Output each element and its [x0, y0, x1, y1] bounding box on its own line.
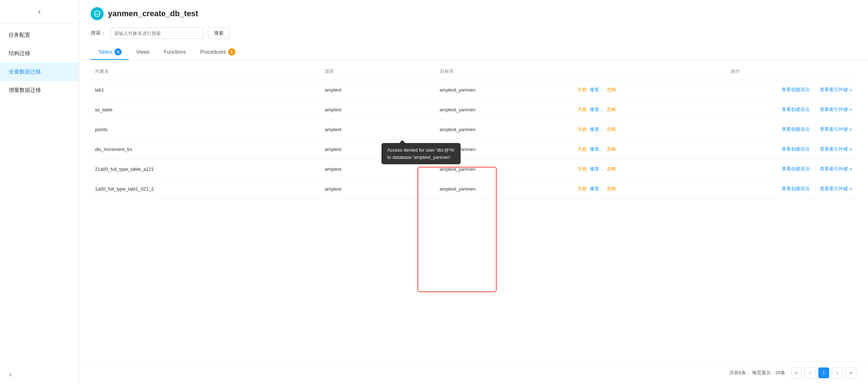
- status-fail-2: 失败: [578, 126, 587, 133]
- status-repair-3[interactable]: 修复，: [590, 146, 604, 152]
- status-repair-0[interactable]: 修复，: [590, 86, 604, 93]
- row-name-4: 21a00_full_type_table_a121: [91, 159, 320, 179]
- action-view-index-5[interactable]: 查看索引外键: [820, 186, 848, 191]
- pagination-first[interactable]: «: [791, 367, 802, 378]
- col-header-status: [573, 63, 727, 80]
- search-button[interactable]: 搜索: [208, 27, 230, 39]
- status-ignore-2[interactable]: 忽略: [607, 126, 616, 133]
- db-svg-icon: [93, 10, 101, 18]
- main-header: yanmen_create_db_test 搜索： 搜索 Tables 6 Vi…: [79, 0, 868, 60]
- row-action-3: 查看创建语法 ｜ 查看索引外键 ∨: [726, 139, 856, 159]
- tab-procedures[interactable]: Procedures 5: [193, 45, 243, 60]
- table-row: points amptest amptest_yanmen 失败 修复， 忽略 …: [91, 120, 856, 139]
- col-header-name: 对象名: [91, 63, 320, 80]
- action-expand-0[interactable]: ∨: [849, 88, 852, 92]
- row-action-2: 查看创建语法 ｜ 查看索引外键 ∨: [726, 120, 856, 139]
- db-title-row: yanmen_create_db_test: [91, 7, 856, 20]
- tab-tables[interactable]: Tables 6: [91, 45, 129, 60]
- pagination-next[interactable]: ›: [832, 367, 843, 378]
- sidebar-item-task-config[interactable]: 任务配置: [0, 26, 79, 44]
- pagination: 共有6条， 每页显示：20条 « ‹ 1 › »: [79, 361, 868, 384]
- action-expand-5[interactable]: ∨: [849, 187, 852, 191]
- status-repair-1[interactable]: 修复，: [590, 106, 604, 113]
- tab-procedures-label: Procedures: [200, 49, 226, 55]
- action-expand-3[interactable]: ∨: [849, 147, 852, 151]
- action-expand-1[interactable]: ∨: [849, 107, 852, 112]
- action-view-index-4[interactable]: 查看索引外键: [820, 166, 848, 171]
- status-repair-5[interactable]: 修复，: [590, 186, 604, 192]
- action-view-syntax-3[interactable]: 查看创建语法: [782, 146, 810, 152]
- table-row: 1a00_full_type_tabl1_021_2 amptest ampte…: [91, 179, 856, 199]
- sidebar-nav: 任务配置 结构迁移 全量数据迁移 增量数据迁移: [0, 23, 79, 99]
- status-fail-5: 失败: [578, 186, 587, 192]
- row-status-5: 失败 修复， 忽略: [573, 179, 727, 199]
- col-header-dst: 目标库: [435, 63, 573, 80]
- back-button[interactable]: ‹: [0, 0, 79, 23]
- row-dst-0: amptest_yanmen: [435, 80, 573, 100]
- action-view-index-2[interactable]: 查看索引外键: [820, 126, 848, 132]
- sidebar-item-struct-migrate[interactable]: 结构迁移: [0, 44, 79, 63]
- tab-views-label: Views: [136, 49, 149, 55]
- row-dst-5: amptest_yanmen: [435, 179, 573, 199]
- row-dst-1: amptest_yanmen: [435, 100, 573, 120]
- tooltip-line1: Access denied for user 'dts'@'%': [387, 147, 455, 154]
- table-row: dts_increment_trx amptest amptest_yanmen…: [91, 139, 856, 159]
- action-expand-2[interactable]: ∨: [849, 127, 852, 131]
- action-view-syntax-0[interactable]: 查看创建语法: [782, 87, 810, 92]
- row-name-3: dts_increment_trx: [91, 139, 320, 159]
- status-ignore-0[interactable]: 忽略: [607, 86, 616, 93]
- action-view-syntax-5[interactable]: 查看创建语法: [782, 186, 810, 191]
- data-table: 对象名 源库 目标库 操作 tab1 amptest amptest_yanme…: [91, 63, 856, 199]
- table-area: 对象名 源库 目标库 操作 tab1 amptest amptest_yanme…: [79, 60, 868, 361]
- row-name-2: points: [91, 120, 320, 139]
- row-action-5: 查看创建语法 ｜ 查看索引外键 ∨: [726, 179, 856, 199]
- action-view-index-3[interactable]: 查看索引外键: [820, 146, 848, 152]
- status-repair-4[interactable]: 修复，: [590, 166, 604, 172]
- action-view-index-1[interactable]: 查看索引外键: [820, 107, 848, 112]
- db-icon: [91, 7, 104, 20]
- tab-functions[interactable]: Functions: [157, 45, 193, 60]
- content-wrapper: Access denied for user 'dts'@'%' to data…: [79, 60, 868, 384]
- row-src-2: amptest: [320, 120, 435, 139]
- sidebar-item-full-migrate[interactable]: 全量数据迁移: [0, 63, 79, 81]
- row-src-5: amptest: [320, 179, 435, 199]
- tab-procedures-badge: 5: [228, 48, 235, 55]
- col-header-action: 操作: [726, 63, 856, 80]
- status-fail-4: 失败: [578, 166, 587, 172]
- tab-tables-badge: 6: [114, 48, 122, 55]
- status-ignore-4[interactable]: 忽略: [607, 166, 616, 172]
- collapse-button[interactable]: ≡: [0, 366, 79, 384]
- row-action-0: 查看创建语法 ｜ 查看索引外键 ∨: [726, 80, 856, 100]
- db-title: yanmen_create_db_test: [108, 9, 198, 18]
- tooltip-line2: to database 'amptest_yanmen': [387, 154, 455, 161]
- sidebar: ‹ 任务配置 结构迁移 全量数据迁移 增量数据迁移 ≡: [0, 0, 79, 384]
- status-ignore-3[interactable]: 忽略: [607, 146, 616, 152]
- table-row: ss_table amptest amptest_yanmen 失败 修复， 忽…: [91, 100, 856, 120]
- row-status-0: 失败 修复， 忽略: [573, 80, 727, 100]
- search-input[interactable]: [110, 27, 204, 39]
- col-header-src: 源库: [320, 63, 435, 80]
- action-view-syntax-2[interactable]: 查看创建语法: [782, 126, 810, 132]
- status-fail-1: 失败: [578, 106, 587, 113]
- row-name-5: 1a00_full_type_tabl1_021_2: [91, 179, 320, 199]
- action-expand-4[interactable]: ∨: [849, 167, 852, 171]
- pagination-prev[interactable]: ‹: [805, 367, 815, 378]
- tab-views[interactable]: Views: [129, 45, 157, 60]
- tab-functions-label: Functions: [164, 49, 186, 55]
- table-header: 对象名 源库 目标库 操作: [91, 63, 856, 80]
- row-status-2: 失败 修复， 忽略: [573, 120, 727, 139]
- row-status-4: 失败 修复， 忽略: [573, 159, 727, 179]
- status-ignore-1[interactable]: 忽略: [607, 106, 616, 113]
- sidebar-item-incr-migrate[interactable]: 增量数据迁移: [0, 81, 79, 99]
- status-ignore-5[interactable]: 忽略: [607, 186, 616, 192]
- table-row: tab1 amptest amptest_yanmen 失败 修复， 忽略 查看…: [91, 80, 856, 100]
- action-view-syntax-4[interactable]: 查看创建语法: [782, 166, 810, 171]
- pagination-current[interactable]: 1: [818, 367, 829, 378]
- action-view-index-0[interactable]: 查看索引外键: [820, 87, 848, 92]
- tabs-row: Tables 6 Views Functions Procedures 5: [91, 45, 856, 60]
- pagination-last[interactable]: »: [846, 367, 856, 378]
- pagination-info: 共有6条， 每页显示：20条: [729, 370, 785, 376]
- status-repair-2[interactable]: 修复，: [590, 126, 604, 133]
- row-status-1: 失败 修复， 忽略: [573, 100, 727, 120]
- action-view-syntax-1[interactable]: 查看创建语法: [782, 107, 810, 112]
